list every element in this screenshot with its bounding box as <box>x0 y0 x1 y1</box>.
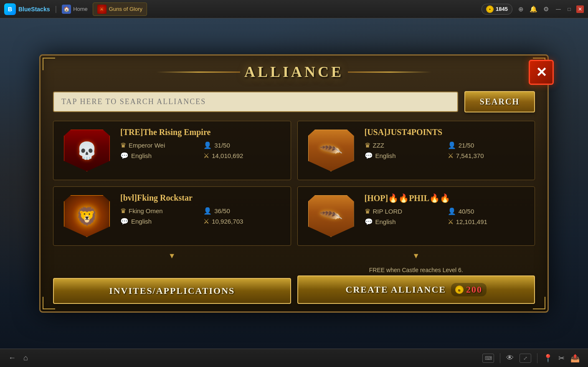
alliance-name-TRE: [TRE]The Rising Empire <box>120 127 284 137</box>
leader-info: ♛ RIP LORD <box>365 207 445 215</box>
cost-coin-icon: ● <box>455 285 464 294</box>
language-info: 💬 English <box>365 152 445 160</box>
titlebar-right: ● 1845 ⊕ 🔔 ⚙ — □ ✕ <box>482 4 584 15</box>
members-info: 👤 40/50 <box>448 207 528 215</box>
game-area: ALLIANCE ✕ SEARCH 💀 <box>0 18 588 349</box>
chevron-down-icon-right: ▼ <box>412 252 420 260</box>
banner-line-right <box>348 71 431 73</box>
power-info: ⚔ 12,101,491 <box>448 218 528 226</box>
feather-icon-2: 🪶 <box>319 204 344 229</box>
power-icon: ⚔ <box>203 152 209 160</box>
corner-decoration-br <box>533 297 545 309</box>
search-button[interactable]: SEARCH <box>464 91 535 112</box>
members-icon: 👤 <box>203 207 212 215</box>
free-text: FREE when Castle reaches Level 6. <box>297 267 535 273</box>
bluestacks-label: BlueStacks <box>18 6 50 13</box>
alliance-card-USA[interactable]: 🪶 [USA]JUST4POINTS ♛ ZZZ 👤 21 <box>297 121 535 180</box>
language-info: 💬 English <box>120 152 201 160</box>
bottom-section: INVITES/APPLICATIONS FREE when Castle re… <box>41 263 547 311</box>
alliance-card-TRE[interactable]: 💀 [TRE]The Rising Empire ♛ Emperor Wei 👤 <box>53 121 291 180</box>
create-alliance-button[interactable]: CREATE ALLIANCE ● 200 <box>297 275 535 304</box>
alliance-info-bvl: [bvl]Fking Rockstar ♛ Fking Omen 👤 36/50 <box>120 193 284 239</box>
home-label: Home <box>73 6 88 12</box>
leader-name: ZZZ <box>373 142 385 149</box>
alliance-emblem-HOP: 🪶 <box>304 193 358 239</box>
maximize-button[interactable]: □ <box>565 5 573 13</box>
members-info: 👤 21/50 <box>448 141 528 149</box>
emblem-gold-HOP: 🪶 <box>308 195 354 237</box>
alliance-name-bvl: [bvl]Fking Rockstar <box>120 193 284 203</box>
power: 12,101,491 <box>456 218 487 225</box>
leader-name: Emperor Wei <box>129 142 165 149</box>
members-info: 👤 31/50 <box>203 141 284 149</box>
members-count: 21/50 <box>459 142 474 149</box>
crown-icon: ♛ <box>365 207 370 215</box>
banner-decoration: ALLIANCE <box>49 63 539 81</box>
leader-info: ♛ Emperor Wei <box>120 141 201 149</box>
language: English <box>375 218 396 225</box>
alliance-card-HOP[interactable]: 🪶 [HOP]🔥🔥PHIL🔥🔥 ♛ RIP LORD 👤 <box>297 186 535 246</box>
feather-icon: 🪶 <box>319 138 344 163</box>
game-tab[interactable]: ⚔ Guns of Glory <box>93 3 147 16</box>
notification-icon[interactable]: 🔔 <box>530 5 537 13</box>
language: English <box>375 152 396 159</box>
power-icon: ⚔ <box>448 218 454 226</box>
chat-icon: 💬 <box>120 217 129 225</box>
more-btn-right[interactable]: ▼ <box>297 250 535 261</box>
scissors-icon[interactable]: ✂ <box>558 354 565 363</box>
info-grid-USA: ♛ ZZZ 👤 21/50 💬 English <box>365 141 529 160</box>
settings-icon[interactable]: ⚙ <box>543 5 549 13</box>
alliance-banner: ALLIANCE ✕ <box>41 56 547 87</box>
emblem-red: 💀 <box>64 130 110 171</box>
members-icon: 👤 <box>203 141 212 149</box>
members-count: 31/50 <box>214 142 230 149</box>
create-col: FREE when Castle reaches Level 6. CREATE… <box>297 267 535 304</box>
corner-decoration-bl <box>43 297 55 309</box>
language: English <box>131 152 152 159</box>
modal-overlay: ALLIANCE ✕ SEARCH 💀 <box>0 18 588 349</box>
alliance-list: 💀 [TRE]The Rising Empire ♛ Emperor Wei 👤 <box>41 119 547 250</box>
chat-icon: 💬 <box>365 152 373 160</box>
power-icon: ⚔ <box>203 217 209 225</box>
alliance-emblem-USA: 🪶 <box>304 127 358 173</box>
power: 10,926,703 <box>212 218 243 225</box>
info-grid-bvl: ♛ Fking Omen 👤 36/50 💬 English <box>120 207 284 225</box>
alliance-card-bvl[interactable]: 🦁 [bvl]Fking Rockstar ♛ Fking Omen 👤 <box>53 186 291 246</box>
language: English <box>131 218 152 225</box>
alliance-info-USA: [USA]JUST4POINTS ♛ ZZZ 👤 21/50 <box>365 127 529 173</box>
close-button[interactable]: ✕ <box>576 5 584 13</box>
back-icon[interactable]: ← <box>8 354 16 362</box>
search-input[interactable] <box>61 97 450 106</box>
power: 14,010,692 <box>212 152 243 159</box>
coin-icon: ● <box>486 5 494 13</box>
modal-close-button[interactable]: ✕ <box>529 60 554 85</box>
fullscreen-icon[interactable]: ⤢ <box>520 354 531 363</box>
cursor-icon[interactable]: ⊕ <box>518 5 524 13</box>
skull-icon: 💀 <box>76 141 97 161</box>
alliance-emblem-bvl: 🦁 <box>60 193 114 239</box>
alliance-info-TRE: [TRE]The Rising Empire ♛ Emperor Wei 👤 3… <box>120 127 284 173</box>
minimize-button[interactable]: — <box>555 5 562 13</box>
home-icon: 🏠 <box>62 5 71 14</box>
chevron-down-icon-left: ▼ <box>168 252 176 260</box>
home-tab[interactable]: 🏠 Home <box>62 5 88 14</box>
eye-icon[interactable]: 👁 <box>506 354 514 362</box>
invites-applications-button[interactable]: INVITES/APPLICATIONS <box>53 278 291 304</box>
create-btn-label: CREATE ALLIANCE <box>346 284 446 295</box>
keyboard-icon[interactable]: ⌨ <box>482 354 494 363</box>
map-icon[interactable]: 📍 <box>543 354 553 363</box>
share-icon[interactable]: 📤 <box>570 354 580 363</box>
alliance-modal: ALLIANCE ✕ SEARCH 💀 <box>39 54 549 313</box>
separator: | <box>55 5 57 13</box>
search-input-wrapper[interactable] <box>53 92 458 112</box>
taskbar-right: ⌨ 👁 ⤢ 📍 ✂ 📤 <box>482 353 580 363</box>
alliance-name-USA: [USA]JUST4POINTS <box>365 127 529 137</box>
cost-badge: ● 200 <box>451 283 487 296</box>
titlebar: B BlueStacks | 🏠 Home ⚔ Guns of Glory ● … <box>0 0 588 18</box>
crown-icon: ♛ <box>120 141 126 149</box>
home-taskbar-icon[interactable]: ⌂ <box>23 354 28 362</box>
banner-line-left <box>157 71 240 73</box>
bluestacks-logo[interactable]: B BlueStacks <box>4 3 50 15</box>
more-btn-left[interactable]: ▼ <box>53 250 291 261</box>
cost-amount: 200 <box>466 284 482 295</box>
